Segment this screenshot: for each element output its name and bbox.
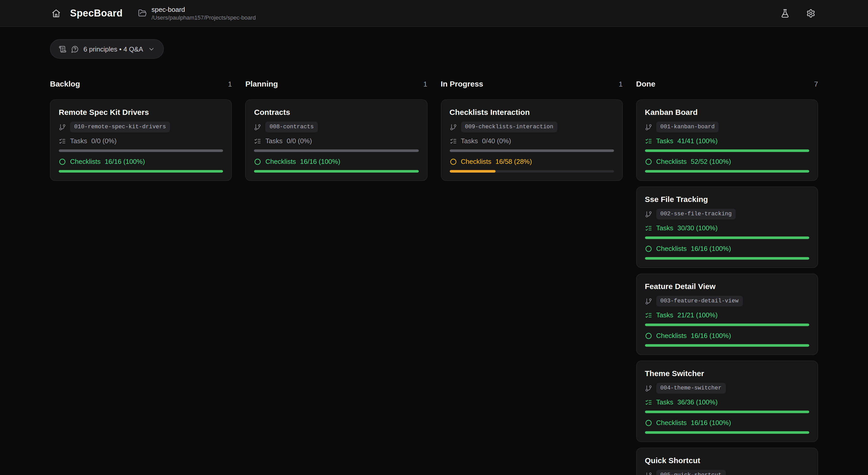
tasks-progress-fill [645, 149, 809, 152]
checklists-progress-bar [450, 170, 614, 172]
column-count: 1 [423, 80, 427, 88]
branch-row: 005-quick-shortcut [645, 470, 809, 475]
git-branch-icon [645, 211, 652, 218]
feature-card[interactable]: Contracts 008-contracts Tasks 0/0 (0%) C… [245, 99, 428, 181]
folder-open-icon [138, 9, 147, 18]
constitution-label: 6 principles • 4 Q&A [84, 45, 143, 53]
feature-card[interactable]: Remote Spec Kit Drivers 010-remote-spec-… [50, 99, 232, 181]
project-text: spec-board /Users/paulpham157/Projects/s… [151, 5, 256, 21]
tasks-progress-bar [645, 411, 809, 413]
checklists-progress-bar [645, 344, 809, 347]
git-branch-icon [645, 123, 652, 131]
question-bubble-icon [71, 45, 79, 53]
branch-badge: 003-feature-detail-view [656, 296, 743, 307]
tasks-label: Tasks [656, 137, 673, 145]
home-button[interactable] [49, 5, 64, 21]
checklists-progress-bar [645, 257, 809, 260]
feature-card[interactable]: Checklists Interaction 009-checklists-in… [441, 99, 623, 181]
app-header: SpecBoard spec-board /Users/paulpham157/… [0, 0, 868, 27]
flask-icon [780, 8, 790, 18]
git-branch-icon [645, 297, 652, 305]
tasks-stat: Tasks 41/41 (100%) [645, 137, 809, 145]
branch-badge: 008-contracts [266, 122, 318, 132]
checklists-progress-bar [254, 170, 419, 172]
tasks-progress-fill [450, 149, 614, 152]
column-header: Backlog 1 [50, 80, 232, 88]
column-cards: Checklists Interaction 009-checklists-in… [441, 99, 623, 181]
tasks-progress-bar [645, 149, 809, 152]
branch-row: 002-sse-file-tracking [645, 209, 809, 219]
tasks-progress-fill [645, 323, 809, 326]
checklists-label: Checklists [656, 332, 687, 340]
card-title: Sse File Tracking [645, 194, 809, 204]
checklists-value: 16/16 (100%) [691, 419, 731, 427]
circle-icon [645, 419, 652, 426]
column-count: 1 [619, 80, 623, 88]
feature-card[interactable]: Kanban Board 001-kanban-board Tasks 41/4… [636, 99, 818, 181]
tasks-value: 0/40 (0%) [482, 137, 511, 145]
constitution-pill[interactable]: 6 principles • 4 Q&A [50, 39, 164, 59]
branch-row: 009-checklists-interaction [450, 122, 614, 132]
tasks-label: Tasks [656, 311, 673, 319]
checklists-progress-bar [59, 170, 223, 172]
list-checks-icon [59, 137, 66, 145]
list-checks-icon [450, 137, 457, 145]
branch-badge: 005-quick-shortcut [656, 470, 726, 475]
list-checks-icon [645, 399, 652, 406]
circle-icon [59, 158, 66, 165]
column-cards: Remote Spec Kit Drivers 010-remote-spec-… [50, 99, 232, 181]
column-cards: Kanban Board 001-kanban-board Tasks 41/4… [636, 99, 818, 475]
checklists-progress-fill [254, 170, 419, 172]
board: Backlog 1 Remote Spec Kit Drivers 010-re… [0, 59, 868, 475]
project-name: spec-board [151, 5, 256, 14]
checklists-value: 16/16 (100%) [105, 158, 145, 166]
checklists-label: Checklists [656, 158, 687, 166]
header-actions [777, 5, 818, 21]
tasks-label: Tasks [266, 137, 283, 145]
branch-row: 003-feature-detail-view [645, 296, 809, 307]
checklists-value: 52/52 (100%) [691, 158, 731, 166]
feature-card[interactable]: Theme Switcher 004-theme-switcher Tasks … [636, 360, 818, 442]
column-title: Planning [245, 80, 278, 88]
project-path: /Users/paulpham157/Projects/spec-board [151, 14, 256, 21]
tasks-progress-bar [450, 149, 614, 152]
branch-badge: 002-sse-file-tracking [656, 209, 736, 219]
git-branch-icon [254, 123, 261, 131]
toolbar: 6 principles • 4 Q&A [0, 27, 868, 59]
checklists-label: Checklists [656, 419, 687, 427]
board-column: Done 7 Kanban Board 001-kanban-board Tas… [636, 80, 818, 475]
card-title: Kanban Board [645, 107, 809, 117]
settings-button[interactable] [803, 5, 818, 21]
checklists-stat: Checklists 16/16 (100%) [645, 245, 809, 253]
card-title: Remote Spec Kit Drivers [59, 107, 223, 117]
tasks-label: Tasks [461, 137, 478, 145]
board-column: Backlog 1 Remote Spec Kit Drivers 010-re… [50, 80, 232, 181]
gear-icon [806, 8, 815, 18]
git-branch-icon [645, 385, 652, 392]
tasks-label: Tasks [656, 398, 673, 407]
circle-icon [254, 158, 261, 165]
checklists-stat: Checklists 16/16 (100%) [59, 158, 223, 166]
tasks-value: 36/36 (100%) [677, 398, 718, 407]
tasks-value: 41/41 (100%) [677, 137, 718, 145]
board-column: Planning 1 Contracts 008-contracts Tasks… [245, 80, 428, 181]
tasks-stat: Tasks 0/0 (0%) [59, 137, 223, 145]
checklists-progress-fill [645, 431, 809, 434]
circle-icon [645, 158, 652, 165]
feature-card[interactable]: Feature Detail View 003-feature-detail-v… [636, 274, 818, 355]
checklists-progress-fill [450, 170, 496, 172]
card-title: Contracts [254, 107, 419, 117]
feature-card[interactable]: Quick Shortcut 005-quick-shortcut [636, 448, 818, 475]
branch-badge: 010-remote-spec-kit-drivers [70, 122, 170, 132]
column-header: Done 7 [636, 80, 818, 88]
app-title: SpecBoard [70, 7, 123, 19]
checklists-progress-fill [59, 170, 223, 172]
circle-icon [645, 332, 652, 340]
flask-button[interactable] [777, 5, 793, 21]
circle-icon [645, 245, 652, 252]
tasks-stat: Tasks 36/36 (100%) [645, 398, 809, 407]
circle-icon [450, 158, 457, 165]
feature-card[interactable]: Sse File Tracking 002-sse-file-tracking … [636, 187, 818, 268]
branch-badge: 001-kanban-board [656, 122, 719, 132]
tasks-progress-bar [59, 149, 223, 152]
